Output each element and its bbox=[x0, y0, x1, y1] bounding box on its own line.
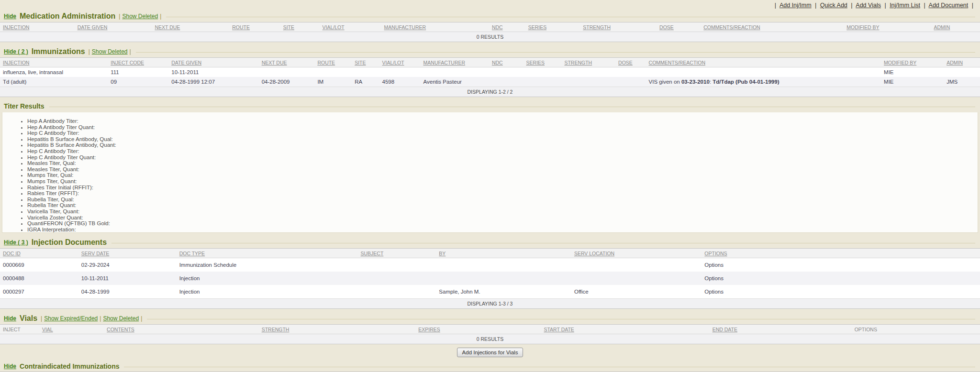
col-header-strength[interactable]: STRENGTH bbox=[561, 58, 615, 67]
col-header-date-given[interactable]: DATE GIVEN bbox=[75, 22, 152, 32]
injection-documents-hide-link[interactable]: Hide ( 3 ) bbox=[4, 239, 28, 246]
immunizations-show-deleted-link[interactable]: Show Deleted bbox=[92, 48, 128, 55]
options-menu-link[interactable]: Options bbox=[704, 275, 724, 281]
vials-show-expired-link[interactable]: Show Expired/Ended bbox=[44, 315, 98, 322]
titer-results-panel: Hep A Antibody Titer: Hep A Antibody Tit… bbox=[2, 112, 978, 233]
cell-admin bbox=[944, 67, 980, 77]
col-header-manufacturer[interactable]: MANUFACTURER bbox=[421, 58, 489, 67]
col-header-contents[interactable]: CONTENTS bbox=[104, 325, 259, 334]
col-header-comments-reaction[interactable]: COMMENTS/REACTION bbox=[646, 58, 881, 67]
cell-injection: influenza, live, intranasal bbox=[0, 67, 108, 77]
col-header-end-date[interactable]: END DATE bbox=[710, 325, 852, 334]
comments-date: 03-23-2010 bbox=[681, 79, 710, 85]
col-header-modified-by[interactable]: MODIFIED BY bbox=[881, 58, 944, 67]
separator: | bbox=[160, 13, 161, 20]
status-row: 0 RESULTS bbox=[0, 334, 980, 344]
col-header-inject: INJECT bbox=[0, 325, 39, 334]
col-header-modified-by[interactable]: MODIFIED BY bbox=[844, 22, 931, 32]
cell-subject bbox=[358, 258, 436, 272]
col-header-vial-lot[interactable]: VIAL/LOT bbox=[320, 22, 381, 32]
separator: | bbox=[851, 2, 852, 9]
col-header-route[interactable]: ROUTE bbox=[229, 22, 280, 32]
list-item: Varicella Zoster Quant: bbox=[27, 215, 973, 221]
injection-documents-status: DISPLAYING 1-3 / 3 bbox=[0, 299, 980, 309]
col-header-manufacturer[interactable]: MANUFACTURER bbox=[381, 22, 489, 32]
cell-dose bbox=[615, 77, 646, 87]
col-header-dose[interactable]: DOSE bbox=[615, 58, 646, 67]
col-header-date-given[interactable]: DATE GIVEN bbox=[168, 58, 258, 67]
cell-options: Options bbox=[702, 272, 980, 285]
section-rule bbox=[147, 319, 975, 319]
topbar-link-quick-add[interactable]: Quick Add bbox=[820, 2, 847, 9]
cell-doc-id: 0000488 bbox=[0, 272, 78, 285]
cell-date-given: 10-11-2011 bbox=[168, 67, 258, 77]
col-header-start-date[interactable]: START DATE bbox=[541, 325, 709, 334]
col-header-admin[interactable]: ADMIN bbox=[931, 22, 980, 32]
cell-strength bbox=[561, 77, 615, 87]
separator: | bbox=[775, 2, 776, 9]
col-header-ndc[interactable]: NDC bbox=[489, 58, 523, 67]
col-header-series[interactable]: SERIES bbox=[525, 22, 580, 32]
cell-site: RA bbox=[352, 77, 379, 87]
cell-options: Options bbox=[702, 258, 980, 272]
contraindicated-header: Hide Contraindicated Immunizations bbox=[0, 360, 980, 372]
table-row: 0000488 10-11-2011 Injection Options bbox=[0, 272, 980, 285]
cell-options: Options bbox=[702, 285, 980, 299]
col-header-next-due[interactable]: NEXT DUE bbox=[152, 22, 229, 32]
vials-show-deleted-link[interactable]: Show Deleted bbox=[103, 315, 139, 322]
immunizations-header: Hide ( 2 ) Immunizations |Show Deleted| bbox=[0, 45, 980, 57]
col-header-vial-lot[interactable]: VIAL/LOT bbox=[379, 58, 421, 67]
col-header-injection[interactable]: INJECTION bbox=[0, 58, 108, 67]
contraindicated-hide-link[interactable]: Hide bbox=[4, 363, 16, 370]
col-header-comments-reaction[interactable]: COMMENTS/REACTION bbox=[701, 22, 844, 32]
topbar-link-add-document[interactable]: Add Document bbox=[929, 2, 969, 9]
separator: | bbox=[884, 2, 886, 9]
list-item: Mumps Titer, Quant: bbox=[27, 178, 973, 185]
list-item: IGRA Interpretation: bbox=[27, 227, 973, 233]
col-header-strength[interactable]: STRENGTH bbox=[580, 22, 657, 32]
list-item: Hepatitis B Surface Antibody, Qual: bbox=[27, 136, 973, 142]
cell-route bbox=[314, 67, 352, 77]
col-header-serv-location[interactable]: SERV LOCATION bbox=[571, 249, 702, 258]
contraindicated-title: Contraindicated Immunizations bbox=[20, 362, 119, 370]
col-header-route[interactable]: ROUTE bbox=[314, 58, 352, 67]
col-header-next-due[interactable]: NEXT DUE bbox=[259, 58, 315, 67]
col-header-admin[interactable]: ADMIN bbox=[944, 58, 980, 67]
col-header-subject[interactable]: SUBJECT bbox=[358, 249, 436, 258]
col-header-site[interactable]: SITE bbox=[352, 58, 379, 67]
list-item: Measles Titer, Quant: bbox=[27, 166, 973, 173]
options-menu-link[interactable]: Options bbox=[704, 289, 724, 295]
options-menu-link[interactable]: Options bbox=[704, 262, 724, 268]
immunizations-hide-link[interactable]: Hide ( 2 ) bbox=[4, 48, 28, 55]
cell-by bbox=[436, 258, 571, 272]
cell-comments bbox=[646, 67, 881, 77]
col-header-site[interactable]: SITE bbox=[280, 22, 320, 32]
col-header-series[interactable]: SERIES bbox=[523, 58, 562, 67]
col-header-expires[interactable]: EXPIRES bbox=[415, 325, 541, 334]
topbar-link-inj-imm-list[interactable]: Inj/Imm List bbox=[890, 2, 920, 9]
medication-administration-show-deleted-link[interactable]: Show Deleted bbox=[122, 13, 158, 20]
col-header-injection[interactable]: INJECTION bbox=[0, 22, 75, 32]
vials-hide-link[interactable]: Hide bbox=[4, 315, 16, 322]
col-header-vial[interactable]: VIAL bbox=[39, 325, 104, 334]
col-header-doc-type[interactable]: DOC TYPE bbox=[177, 249, 358, 258]
col-header-inject-code[interactable]: INJECT CODE bbox=[108, 58, 168, 67]
injection-documents-title: Injection Documents bbox=[32, 238, 107, 247]
table-header-row: INJECTION INJECT CODE DATE GIVEN NEXT DU… bbox=[0, 58, 980, 67]
col-header-options[interactable]: OPTIONS bbox=[702, 249, 980, 258]
topbar-link-add-vials[interactable]: Add Vials bbox=[856, 2, 881, 9]
col-header-doc-id[interactable]: DOC ID bbox=[0, 249, 78, 258]
separator: | bbox=[130, 48, 131, 55]
col-header-ndc[interactable]: NDC bbox=[489, 22, 525, 32]
col-header-serv-date[interactable]: SERV DATE bbox=[78, 249, 177, 258]
cell-vial-lot: 4598 bbox=[379, 77, 421, 87]
col-header-dose[interactable]: DOSE bbox=[657, 22, 701, 32]
col-header-by[interactable]: BY bbox=[436, 249, 571, 258]
topbar-link-add-inj-imm[interactable]: Add Inj/Imm bbox=[780, 2, 812, 9]
section-rule bbox=[166, 17, 975, 17]
medication-administration-hide-link[interactable]: Hide bbox=[4, 13, 16, 20]
cell-serv-location: Office bbox=[571, 285, 702, 299]
add-injections-for-vials-button[interactable]: Add Injections for Vials bbox=[457, 348, 523, 357]
col-header-strength[interactable]: STRENGTH bbox=[259, 325, 416, 334]
medication-administration-links: |Show Deleted| bbox=[119, 13, 161, 20]
